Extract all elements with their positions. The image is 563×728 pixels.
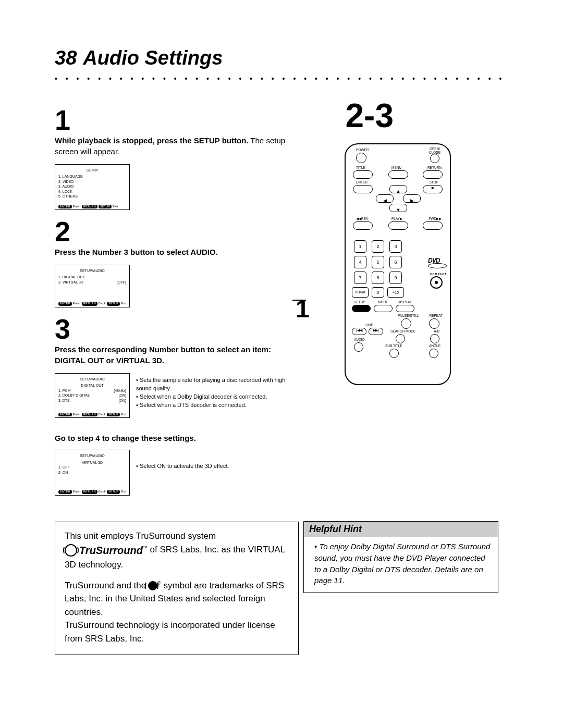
menu-footer: ENTER:Enter RETURN:Back SETUP:Exit [58, 489, 126, 493]
bullet-item: Select when a DTS decoder is connected. [136, 401, 300, 410]
num-5-button: 5 [372, 256, 384, 268]
setup-button-icon [352, 305, 371, 312]
bullet-item: Select ON to activate the 3D effect. [136, 462, 229, 471]
remote-label: MODE [378, 301, 388, 304]
digital-out-bullets: Sets the sample rate for playing a disc … [136, 376, 300, 410]
menu-item: 5. OTHERS [58, 194, 126, 199]
helpful-hint-body: To enjoy Dolby Digital Surround or DTS S… [304, 537, 498, 593]
search-button-icon [396, 334, 405, 343]
return-button-icon [423, 170, 443, 179]
header-divider: • • • • • • • • • • • • • • • • • • • • … [55, 75, 508, 83]
plus-10-button: +10 [387, 287, 404, 298]
subtitle-button-icon [389, 349, 399, 358]
step-2-number: 2 [55, 217, 300, 245]
num-8-button: 8 [372, 272, 384, 284]
trusurround-logo-icon: TruSurround [65, 542, 143, 558]
tru-line-1: This unit employs TruSurround system [65, 529, 289, 543]
step-2-text: Press the Number 3 button to select AUDI… [55, 246, 300, 257]
pause-button-icon [401, 318, 411, 329]
page-title: Audio Settings [83, 47, 223, 69]
helpful-hint-title: Helpful Hint [304, 522, 498, 537]
audio-menu-box: SETUP/AUDIO 1. DIGITAL OUT 2. VIRTUAL 3D… [55, 265, 130, 307]
menu-row: 1. PCM[48kHz] [58, 388, 126, 393]
step-1-text: While playback is stopped, press the SET… [55, 135, 300, 157]
virtual-3d-menu-box: SETUP/AUDIO VIRTUAL 3D 1. OFF 2. ON ENTE… [55, 450, 130, 495]
num-9-button: 9 [389, 272, 402, 284]
callout-step-1: 1 [296, 294, 310, 323]
step-1-bold: While playback is stopped, press the SET… [55, 136, 248, 145]
menu-row: 2. VIRTUAL 3D[OFF] [58, 280, 126, 285]
callout-steps-2-3: 2-3 [346, 96, 394, 135]
skip-next-icon: ▶▶| [369, 328, 383, 335]
remote-label: FWD▶▶ [429, 217, 442, 221]
remote-control-illustration: POWER OPEN/ CLOSE TITLE MENU RETURN ENTE… [345, 143, 451, 385]
num-3-button: 3 [389, 240, 402, 253]
dpad-left-icon: ◀ [376, 194, 394, 203]
play-button-icon [388, 221, 408, 230]
menu-row: 2. ON [58, 470, 126, 475]
menu-subtitle: VIRTUAL 3D [58, 460, 126, 465]
remote-label: RETURN [427, 166, 442, 170]
compact-disc-logo-icon: COMPACT [430, 273, 445, 284]
repeat-button-icon [429, 318, 439, 329]
remote-label: ◀◀REV [356, 217, 368, 221]
audio-button-icon [354, 342, 363, 352]
helpful-hint-box: Helpful Hint To enjoy Dolby Digital Surr… [303, 521, 498, 593]
step-3-text: Press the corresponding Number button to… [55, 344, 300, 366]
clear-button: CLEAR [352, 287, 369, 298]
srs-symbol-icon [147, 581, 156, 590]
step-3-bold: Press the corresponding Number button to… [55, 345, 271, 365]
tru-para-2: TruSurround and the® symbol are trademar… [65, 579, 289, 619]
trusurround-box: This unit employs TruSurround system Tru… [55, 522, 299, 656]
menu-row: 1. OFF [58, 465, 126, 470]
remote-label: STOP [429, 181, 438, 184]
remote-label: SETUP [354, 301, 365, 304]
menu-title: SETUP [58, 168, 126, 172]
virtual-3d-bullets: Select ON to activate the 3D effect. [136, 462, 229, 471]
num-0-button: 0 [372, 287, 384, 298]
bullet-item: Select when a Dolby Digital decoder is c… [136, 393, 300, 401]
enter-button-icon [353, 185, 373, 193]
stop-button-icon: ■ [423, 185, 443, 193]
remote-label: AUDIO [354, 338, 365, 342]
num-6-button: 6 [389, 256, 402, 268]
menu-title: SETUP/AUDIO [58, 268, 126, 273]
digital-out-menu-box: SETUP/AUDIO DIGITAL OUT 1. PCM[48kHz] 2.… [55, 373, 130, 418]
power-button-icon [356, 153, 366, 163]
dpad-down-icon: ▼ [389, 204, 407, 212]
setup-menu-box: SETUP 1. LANGUAGE 2. VIDEO 3. AUDIO 4. L… [55, 164, 130, 210]
remote-label: MENU [391, 166, 401, 170]
menu-footer: ENTER:Enter RETURN:Back SETUP:Exit [58, 412, 126, 416]
step-3-number: 3 [55, 315, 300, 343]
remote-label: ENTER [356, 181, 368, 184]
pointer-line-icon [292, 300, 306, 301]
dvd-logo-icon: DVD [428, 257, 447, 268]
menu-footer: ENTER:Enter RETURN SETUP:Exit [58, 204, 126, 208]
menu-title: SETUP/AUDIO [58, 377, 126, 381]
num-7-button: 7 [354, 272, 366, 284]
remote-label: SEARCH MODE [390, 330, 415, 334]
remote-label: POWER [356, 149, 369, 152]
menu-title: SETUP/AUDIO [58, 453, 126, 458]
mode-button-icon [374, 305, 393, 312]
menu-item: 2. VIDEO [58, 179, 126, 184]
display-button-icon [396, 305, 414, 312]
menu-item: 1. LANGUAGE [58, 174, 126, 179]
dpad-up-icon: ▲ [389, 185, 407, 193]
tru-para-3: TruSurround technology is incorporated u… [65, 619, 289, 645]
menu-button-icon [388, 170, 408, 179]
menu-item: 4. LOCK [58, 189, 126, 194]
num-2-button: 2 [372, 240, 384, 253]
remote-label: TITLE [356, 166, 365, 170]
page-number: 38 [55, 47, 77, 69]
goto-step-4: Go to step 4 to change these settings. [55, 434, 300, 442]
menu-row: 3. DTS[ON] [58, 398, 126, 403]
title-button-icon [353, 170, 373, 179]
step-2-bold: Press the Number 3 button to select AUDI… [55, 248, 218, 256]
ab-button-icon [430, 334, 439, 343]
menu-row: 1. DIGITAL OUT [58, 275, 126, 279]
rev-button-icon [353, 221, 373, 230]
remote-label: PAUSE/STILL [398, 314, 419, 318]
remote-label: SKIP [365, 324, 373, 327]
menu-footer: ENTER:Enter RETURN:Back SETUP:Exit [58, 301, 126, 305]
